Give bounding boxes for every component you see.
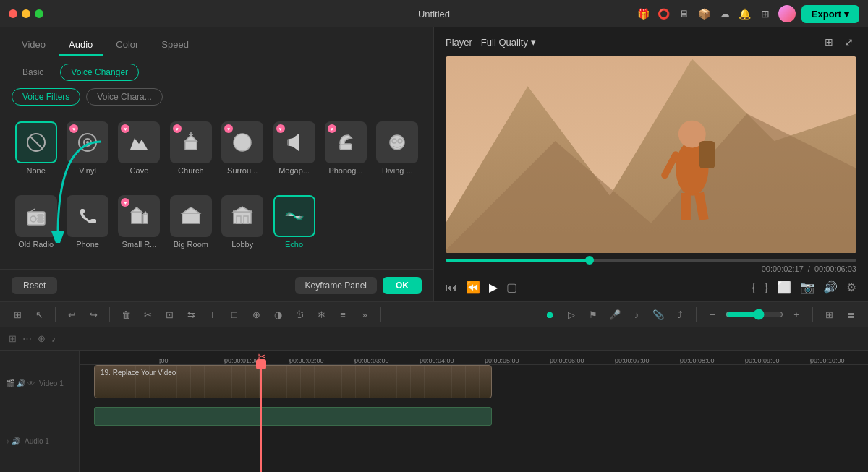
tool-cursor[interactable]: ↖ [30,306,48,323]
playhead[interactable] [260,365,262,472]
ruler-0: :00 [159,357,224,364]
tl-icon-2[interactable]: ⋯ [22,333,32,344]
tool-zoom-in[interactable]: + [788,306,805,323]
close-button[interactable] [9,9,17,18]
crown-icon[interactable]: ⭕ [657,7,671,21]
tool-freeze[interactable]: ❄ [312,306,330,323]
audio-mute-icon[interactable]: 🔊 [12,437,20,445]
bell-icon[interactable]: 🔔 [738,7,752,21]
tool-play-indicator[interactable]: ▷ [563,306,580,323]
tool-text[interactable]: T [204,306,221,323]
tool-select[interactable]: ⊞ [9,306,26,323]
filter-lobby[interactable]: Lobby [218,192,267,263]
bracket-left-icon[interactable]: { [752,281,755,294]
tl-icon-3[interactable]: ⊕ [38,333,46,344]
settings-icon[interactable]: ⚙ [846,280,856,294]
progress-bar[interactable] [446,259,856,262]
tool-zoom-out[interactable]: − [704,306,721,323]
traffic-lights [9,9,43,18]
video-track-icon[interactable]: 🎬 [6,379,14,387]
volume-icon[interactable]: 🔊 [823,280,838,294]
ok-button[interactable]: OK [383,277,422,294]
tool-delete[interactable]: 🗑 [117,306,135,323]
svg-rect-12 [287,140,289,145]
quality-select[interactable]: Full Quality ▾ [481,37,536,48]
filter-vinyl[interactable]: ♥ Vinyl [63,119,111,189]
video-clip[interactable]: 19. Replace Your Video [94,365,492,398]
crop-icon[interactable]: ▢ [506,280,517,294]
gift-icon[interactable]: 🎁 [637,7,651,21]
tool-color[interactable]: ◑ [269,306,286,323]
zoom-slider[interactable] [726,309,783,320]
tool-more[interactable]: » [356,306,373,323]
import-icon[interactable]: 📦 [697,7,712,21]
filter-small-room[interactable]: ♥ Small R... [115,192,163,263]
tab-color[interactable]: Color [106,35,148,56]
tool-scissors[interactable]: ✂ [139,306,156,323]
expand-icon[interactable]: ⤢ [842,35,856,49]
tool-record[interactable]: ⏺ [541,306,558,323]
tl-icon-4[interactable]: ♪ [51,333,56,344]
ruler-7: 00:00:07:00 [615,357,680,364]
skip-back-icon[interactable]: ⏮ [446,281,457,294]
camera-icon[interactable]: 📷 [800,280,814,294]
tool-speed[interactable]: ⏱ [291,306,308,323]
filter-big-room[interactable]: Big Room [166,192,215,263]
grid-icon[interactable]: ⊞ [758,7,773,21]
tab-audio[interactable]: Audio [59,35,103,56]
tool-clip[interactable]: 📎 [650,306,667,323]
pro-badge-phono: ♥ [328,124,336,133]
tab-video[interactable]: Video [12,35,56,56]
toolbar-separator-3 [380,307,381,322]
right-panel: Player Full Quality ▾ ⊞ ⤢ [434,27,868,301]
tool-adjust[interactable]: ≡ [334,306,352,323]
tool-crop[interactable]: ⊡ [161,306,178,323]
filter-church[interactable]: ♥ Church [166,119,215,189]
clip-label: 19. Replace Your Video [101,369,176,377]
grid-view-icon[interactable]: ⊞ [822,35,836,49]
voice-chara-button[interactable]: Voice Chara... [86,88,162,106]
tool-flag[interactable]: ⚑ [584,306,602,323]
tool-grid-view[interactable]: ⊞ [820,306,838,323]
tool-mic[interactable]: 🎤 [606,306,624,323]
video-mute-icon[interactable]: 🔊 [17,379,25,387]
filter-phonograph[interactable]: ♥ Phonog... [321,119,370,189]
monitor-icon[interactable]: ⬜ [777,280,791,294]
avatar[interactable] [778,5,796,22]
tool-export2[interactable]: ⤴ [671,306,689,323]
subtab-voice-changer[interactable]: Voice Changer [60,64,139,81]
tool-split[interactable]: ⇆ [182,306,200,323]
video-eye-icon[interactable]: 👁 [27,379,35,387]
bracket-right-icon[interactable]: } [765,281,768,294]
audio-clip[interactable] [94,407,492,426]
tool-list-view[interactable]: ≣ [842,306,859,323]
tool-audio[interactable]: ♪ [628,306,645,323]
subtab-basic[interactable]: Basic [12,64,54,81]
export-button[interactable]: Export ▾ [801,5,859,23]
voice-filters-button[interactable]: Voice Filters [12,88,80,106]
filter-old-radio[interactable]: Old Radio [12,192,60,263]
tl-icon-1[interactable]: ⊞ [9,333,17,344]
ruler-2: 00:00:02:00 [289,357,354,364]
filter-diving[interactable]: Diving ... [373,119,422,189]
filter-none[interactable]: None [12,119,60,189]
tool-redo[interactable]: ↪ [85,306,102,323]
tab-speed[interactable]: Speed [151,35,199,56]
tool-mask[interactable]: ⊕ [247,306,265,323]
reset-button[interactable]: Reset [12,277,57,294]
cloud-icon[interactable]: ☁ [718,7,732,21]
filter-surround[interactable]: ♥ Surrou... [218,119,267,189]
keyframe-button[interactable]: Keyframe Panel [295,277,377,294]
filter-cave[interactable]: ♥ Cave [115,119,163,189]
step-back-icon[interactable]: ⏪ [466,280,480,294]
maximize-button[interactable] [35,9,43,18]
audio-track-icon[interactable]: ♪ [6,437,9,445]
tool-undo[interactable]: ↩ [63,306,80,323]
play-icon[interactable]: ▶ [489,280,498,294]
minimize-button[interactable] [22,9,30,18]
desktop-icon[interactable]: 🖥 [677,7,692,21]
filter-megaphone[interactable]: ♥ Megap... [270,119,318,189]
tool-shape[interactable]: □ [226,306,243,323]
filter-echo[interactable]: Echo [270,192,318,263]
filter-phone[interactable]: Phone [63,192,111,263]
